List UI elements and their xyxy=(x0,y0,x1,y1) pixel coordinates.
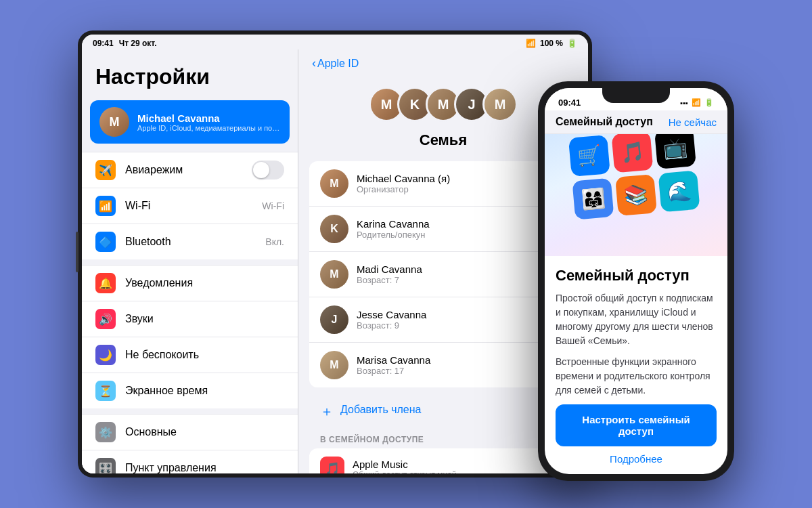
iphone-status-right: ▪▪▪ 📶 🔋 xyxy=(680,98,714,107)
airplane-toggle[interactable] xyxy=(252,161,284,179)
sidebar-item-sounds[interactable]: 🔊 Звуки xyxy=(82,301,298,337)
sidebar-title: Настройки xyxy=(82,56,298,100)
ipad-content: Настройки M Michael Cavanna Apple ID, iC… xyxy=(82,49,588,473)
sidebar-item-control[interactable]: 🎛️ Пункт управления xyxy=(82,450,298,473)
sidebar-item-general[interactable]: ⚙️ Основные xyxy=(82,414,298,450)
member-item-2[interactable]: M Madi Cavanna Возраст: 7 xyxy=(309,252,577,297)
sidebar-item-screentime[interactable]: ⏳ Экранное время xyxy=(82,373,298,408)
add-member-label: Добавить члена xyxy=(340,404,421,416)
member-name-0: Michael Cavanna (я) xyxy=(357,173,566,184)
iphone-nav: Семейный доступ Не сейчас xyxy=(545,110,727,134)
statusbar-left: 09:41 Чт 29 окт. xyxy=(93,39,157,48)
member-avatar-4: M xyxy=(320,351,348,379)
member-name-3: Jesse Cavanna xyxy=(357,309,566,320)
member-name-4: Marisa Cavanna xyxy=(357,354,566,366)
back-button[interactable]: ‹ Apple ID xyxy=(312,56,359,70)
ipad-screen: 09:41 Чт 29 окт. 📶 100 % 🔋 Настройки M xyxy=(82,35,588,473)
hero-icon-tv: 📺 xyxy=(654,134,696,169)
member-name-1: Karina Cavanna xyxy=(357,218,566,230)
iphone-device: 09:41 ▪▪▪ 📶 🔋 Семейный доступ Не сейчас … xyxy=(538,81,734,481)
back-chevron-icon: ‹ xyxy=(312,56,316,70)
notifications-icon: 🔔 xyxy=(95,273,116,293)
statusbar-right: 📶 100 % 🔋 xyxy=(526,39,577,48)
apple-music-icon: 🎵 xyxy=(320,457,344,473)
ipad-device: 09:41 Чт 29 окт. 📶 100 % 🔋 Настройки M xyxy=(78,30,592,478)
member-avatar-3: J xyxy=(320,305,348,334)
bluetooth-value: Вкл. xyxy=(265,236,284,247)
sidebar: Настройки M Michael Cavanna Apple ID, iC… xyxy=(82,49,298,473)
sidebar-item-wifi[interactable]: 📶 Wi-Fi Wi-Fi xyxy=(82,188,298,224)
hero-icon-family: 👨‍👩‍👧 xyxy=(572,178,614,220)
iphone-screen: 09:41 ▪▪▪ 📶 🔋 Семейный доступ Не сейчас … xyxy=(545,88,727,474)
member-role-2: Возраст: 7 xyxy=(357,275,566,285)
service-item-music[interactable]: 🎵 Apple Music Общий доступ открыт мной xyxy=(309,448,577,473)
iphone-desc2: Встроенные функции экранного времени и р… xyxy=(556,355,717,398)
iphone-battery-icon: 🔋 xyxy=(704,98,714,107)
wifi-icon: 📶 xyxy=(526,39,536,48)
screentime-icon: ⏳ xyxy=(95,381,116,401)
member-role-1: Родитель/опекун xyxy=(357,230,566,240)
ipad-time: 09:41 xyxy=(93,39,114,48)
control-icon: 🎛️ xyxy=(95,458,116,473)
family-title: Семья xyxy=(420,131,467,149)
hero-icons-grid: 🛒 🎵 📺 👨‍👩‍👧 📚 🌊 xyxy=(560,134,712,256)
add-member-button[interactable]: ＋ Добавить члена xyxy=(309,393,577,427)
iphone-wifi-icon: 📶 xyxy=(692,98,701,107)
profile-info: Michael Cavanna Apple ID, iCloud, медиам… xyxy=(137,112,280,132)
sidebar-section-connectivity: ✈️ Авиарежим 📶 Wi-Fi Wi-Fi 🔷 Bluetooth В… xyxy=(82,152,298,259)
add-icon: ＋ xyxy=(320,402,335,417)
iphone-signal-icon: ▪▪▪ xyxy=(680,99,688,107)
wifi-label: Wi-Fi xyxy=(125,200,252,212)
bluetooth-label: Bluetooth xyxy=(125,236,256,248)
iphone-hero: 🛒 🎵 📺 👨‍👩‍👧 📚 🌊 xyxy=(545,134,727,256)
member-info-3: Jesse Cavanna Возраст: 9 xyxy=(357,309,566,331)
sidebar-profile[interactable]: M Michael Cavanna Apple ID, iCloud, меди… xyxy=(90,100,290,144)
airplane-label: Авиарежим xyxy=(125,164,242,176)
sidebar-section-system: 🔔 Уведомления 🔊 Звуки 🌙 Не беспокоить ⏳ … xyxy=(82,265,298,408)
iphone-title: Семейный доступ xyxy=(556,267,717,284)
back-label: Apple ID xyxy=(317,58,359,70)
donotdisturb-label: Не беспокоить xyxy=(125,349,284,361)
sidebar-item-airplane[interactable]: ✈️ Авиарежим xyxy=(82,152,298,188)
member-info-0: Michael Cavanna (я) Организатор xyxy=(357,173,566,194)
sidebar-section-general: ⚙️ Основные 🎛️ Пункт управления AA Экран… xyxy=(82,414,298,473)
profile-avatar: M xyxy=(99,107,129,137)
member-item-4[interactable]: M Marisa Cavanna Возраст: 17 xyxy=(309,343,577,387)
airplane-icon: ✈️ xyxy=(95,160,116,180)
member-item-1[interactable]: K Karina Cavanna Родитель/опекун xyxy=(309,207,577,252)
member-info-4: Marisa Cavanna Возраст: 17 xyxy=(357,354,566,376)
hero-icon-books: 📚 xyxy=(615,174,657,216)
wifi-value: Wi-Fi xyxy=(262,200,284,211)
iphone-setup-button[interactable]: Настроить семейный доступ xyxy=(556,404,717,446)
member-role-3: Возраст: 9 xyxy=(357,320,566,331)
iphone-nav-action[interactable]: Не сейчас xyxy=(669,117,717,128)
screentime-label: Экранное время xyxy=(125,385,284,397)
profile-name: Michael Cavanna xyxy=(137,112,280,124)
member-info-2: Madi Cavanna Возраст: 7 xyxy=(357,263,566,285)
general-icon: ⚙️ xyxy=(95,422,116,442)
member-avatar-2: M xyxy=(320,260,348,289)
control-label: Пункт управления xyxy=(125,462,284,473)
main-nav: ‹ Apple ID xyxy=(298,49,588,73)
ipad-statusbar: 09:41 Чт 29 окт. 📶 100 % 🔋 xyxy=(82,35,588,49)
battery-label: 100 % xyxy=(540,39,563,48)
iphone-nav-title: Семейный доступ xyxy=(556,116,653,128)
member-item-3[interactable]: J Jesse Cavanna Возраст: 9 xyxy=(309,297,577,343)
service-info-music: Apple Music Общий доступ открыт мной xyxy=(353,459,566,474)
sidebar-item-notifications[interactable]: 🔔 Уведомления xyxy=(82,265,298,301)
wifi-settings-icon: 📶 xyxy=(95,196,116,216)
sidebar-item-bluetooth[interactable]: 🔷 Bluetooth Вкл. xyxy=(82,224,298,259)
iphone-notch xyxy=(602,88,670,103)
hero-icon-music: 🎵 xyxy=(611,134,653,173)
ipad-side-button xyxy=(76,232,78,272)
family-members-list: M Michael Cavanna (я) Организатор K Kari… xyxy=(309,161,577,387)
donotdisturb-icon: 🌙 xyxy=(95,345,116,365)
sidebar-item-donotdisturb[interactable]: 🌙 Не беспокоить xyxy=(82,337,298,373)
iphone-more-button[interactable]: Подробнее xyxy=(556,453,717,465)
profile-initials: M xyxy=(110,115,120,129)
iphone-desc1: Простой общий доступ к подпискам и покуп… xyxy=(556,291,717,348)
sounds-label: Звуки xyxy=(125,313,284,325)
services-list: 🎵 Apple Music Общий доступ открыт мной 🕹… xyxy=(309,448,577,473)
bluetooth-icon: 🔷 xyxy=(95,232,116,252)
member-item-0[interactable]: M Michael Cavanna (я) Организатор xyxy=(309,161,577,207)
